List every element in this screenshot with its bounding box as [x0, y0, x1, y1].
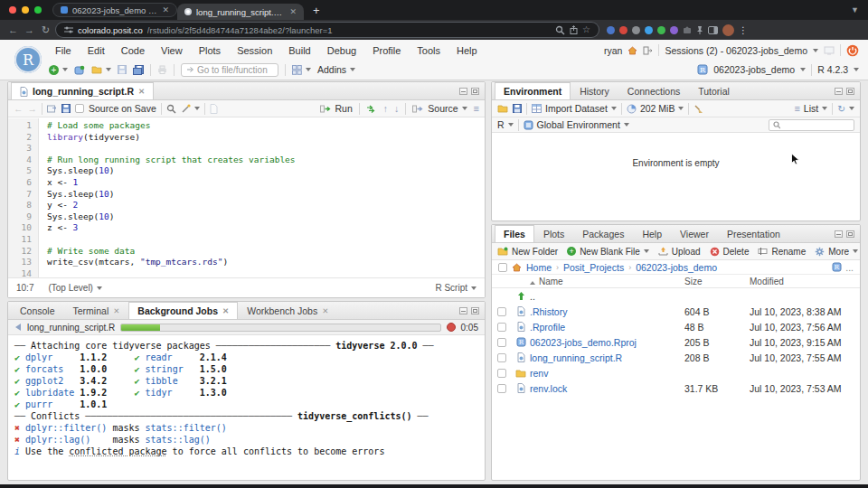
code-tools-button[interactable]: [181, 104, 200, 114]
extension-icon[interactable]: [645, 26, 653, 34]
tab-history[interactable]: History: [571, 82, 618, 99]
source-on-save-checkbox[interactable]: [75, 104, 84, 113]
file-name[interactable]: .Rprofile: [530, 322, 565, 333]
upload-button[interactable]: Upload: [658, 247, 701, 257]
file-row[interactable]: long_running_script.R208 BJul 10, 2023, …: [492, 350, 860, 365]
address-bar[interactable]: colorado.posit.co/rstudio/s/2f5d4d84744a…: [56, 23, 599, 37]
source-prev-icon[interactable]: ↑: [383, 103, 388, 114]
minimize-pane-icon[interactable]: [459, 88, 467, 95]
environment-scope-selector[interactable]: Global Environment: [524, 119, 629, 130]
profile-avatar[interactable]: [722, 24, 734, 36]
menu-build[interactable]: Build: [280, 45, 318, 56]
file-name[interactable]: renv: [530, 368, 548, 379]
file-name[interactable]: .Rhistory: [530, 306, 567, 317]
save-all-icon[interactable]: [133, 65, 144, 75]
tab-plots[interactable]: Plots: [534, 225, 573, 242]
close-window-icon[interactable]: [9, 6, 16, 14]
breadcrumb-home[interactable]: Home: [526, 262, 552, 273]
sign-out-icon[interactable]: [643, 46, 653, 55]
file-name[interactable]: ..: [530, 291, 535, 302]
more-button[interactable]: More: [815, 247, 858, 257]
menu-file[interactable]: File: [47, 45, 80, 56]
file-row[interactable]: renv.lock31.7 KBJul 10, 2023, 7:53 AM: [492, 380, 860, 396]
file-row[interactable]: R062023-jobs_demo.Rproj205 BJul 10, 2023…: [492, 334, 860, 350]
extension-icon[interactable]: [607, 26, 615, 34]
maximize-pane-icon[interactable]: [846, 230, 854, 238]
menu-session[interactable]: Session: [229, 45, 280, 56]
browser-menu-icon[interactable]: ⋮: [739, 25, 748, 35]
scope-selector[interactable]: (Top Level): [48, 283, 101, 293]
tab-presentation[interactable]: Presentation: [718, 225, 789, 242]
source-next-icon[interactable]: ↓: [394, 103, 399, 114]
file-name[interactable]: 062023-jobs_demo.Rproj: [530, 337, 637, 348]
maximize-pane-icon[interactable]: [846, 88, 854, 95]
language-selector[interactable]: R: [497, 119, 514, 130]
delete-button[interactable]: Delete: [710, 247, 750, 257]
new-file-button[interactable]: +: [49, 65, 68, 75]
menu-edit[interactable]: Edit: [80, 45, 113, 56]
extension-icon[interactable]: [619, 26, 627, 34]
site-settings-icon[interactable]: [64, 26, 73, 33]
tab-help[interactable]: Help: [633, 225, 671, 242]
compile-report-icon[interactable]: [210, 104, 218, 114]
file-checkbox[interactable]: [497, 353, 506, 362]
share-icon[interactable]: [570, 25, 578, 34]
back-icon[interactable]: ←: [14, 103, 24, 114]
goto-file-input[interactable]: [197, 65, 273, 75]
maximize-pane-icon[interactable]: [471, 88, 479, 95]
extension-icon[interactable]: [657, 26, 665, 34]
file-row[interactable]: .Rprofile48 BJul 10, 2023, 7:56 AM: [492, 319, 860, 334]
session-monitor-icon[interactable]: [824, 46, 835, 55]
pane-layout-button[interactable]: [292, 65, 311, 75]
tab-files[interactable]: Files: [495, 225, 534, 242]
new-tab-icon[interactable]: +: [313, 4, 320, 17]
home-icon[interactable]: [627, 46, 637, 55]
project-dropdown[interactable]: 062023-jobs_demo: [713, 64, 795, 75]
menu-code[interactable]: Code: [113, 45, 153, 56]
breadcrumb-posit-projects[interactable]: Posit_Projects: [563, 262, 624, 273]
close-tab-icon[interactable]: ✕: [162, 5, 169, 14]
run-button[interactable]: Run: [320, 103, 353, 114]
environment-search-box[interactable]: [769, 119, 854, 131]
job-back-icon[interactable]: [14, 324, 22, 331]
document-outline-icon[interactable]: ≡: [474, 103, 479, 114]
addins-button[interactable]: Addins: [317, 64, 355, 75]
quit-session-power-icon[interactable]: [846, 44, 859, 57]
refresh-button[interactable]: ↻: [837, 103, 854, 114]
source-tab[interactable]: long_running_script.R ✕: [11, 82, 154, 99]
goto-file-box[interactable]: [181, 63, 278, 77]
select-all-checkbox[interactable]: [498, 263, 507, 272]
column-name[interactable]: Name: [530, 277, 684, 286]
tab-connections[interactable]: Connections: [618, 82, 689, 99]
extensions-puzzle-icon[interactable]: [683, 25, 692, 34]
column-size[interactable]: Size: [684, 277, 750, 286]
pane-splitter[interactable]: [486, 81, 491, 481]
new-folder-button[interactable]: New Folder: [497, 247, 558, 257]
minimize-pane-icon[interactable]: [835, 88, 843, 95]
file-type-selector[interactable]: R Script: [435, 283, 476, 293]
file-name[interactable]: renv.lock: [530, 383, 567, 394]
file-checkbox[interactable]: [497, 384, 506, 393]
tab-console[interactable]: Console: [11, 302, 64, 319]
browser-tab-rstudio[interactable]: 062023-jobs_demo - RStudio ✕: [52, 3, 177, 17]
menu-tools[interactable]: Tools: [409, 45, 448, 56]
path-overflow[interactable]: ...: [845, 262, 854, 273]
extension-icon[interactable]: [632, 26, 640, 34]
job-name[interactable]: long_running_script.R: [27, 323, 115, 333]
new-blank-file-button[interactable]: +New Blank File: [567, 247, 649, 257]
file-row[interactable]: renv: [492, 365, 860, 380]
close-tab-icon[interactable]: ✕: [138, 87, 145, 96]
view-mode-button[interactable]: ≡List: [794, 103, 827, 114]
file-row[interactable]: .Rhistory604 BJul 10, 2023, 8:38 AM: [492, 304, 860, 319]
load-workspace-icon[interactable]: [497, 104, 508, 113]
bookmark-star-icon[interactable]: ☆: [582, 25, 590, 34]
tab-workbench-jobs[interactable]: Workbench Jobs✕: [238, 302, 337, 319]
clear-objects-broom-icon[interactable]: [693, 104, 703, 114]
column-modified[interactable]: Modified: [750, 277, 860, 286]
rename-button[interactable]: Rename: [758, 247, 806, 257]
stop-job-icon[interactable]: [447, 323, 456, 332]
menu-profile[interactable]: Profile: [364, 45, 409, 56]
minimize-pane-icon[interactable]: [459, 307, 467, 314]
zoom-page-icon[interactable]: [555, 25, 565, 35]
print-icon[interactable]: [157, 65, 167, 74]
